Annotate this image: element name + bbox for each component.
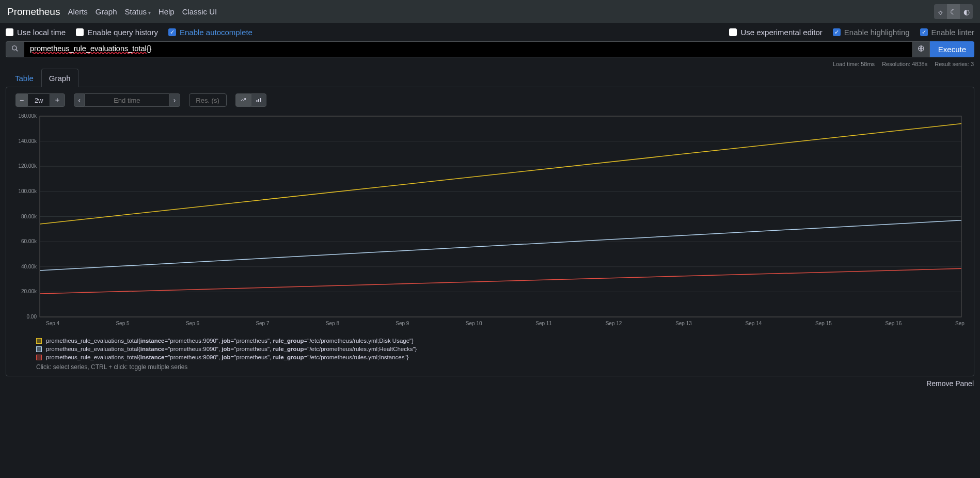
- use-local-time-label: Use local time: [17, 28, 66, 37]
- time-next-button[interactable]: ›: [169, 93, 180, 107]
- execute-button[interactable]: Execute: [930, 41, 974, 57]
- chart-legend: prometheus_rule_evaluations_total{instan…: [6, 333, 974, 376]
- checkbox-icon: [920, 28, 928, 36]
- legend-label: prometheus_rule_evaluations_total{instan…: [46, 346, 417, 352]
- svg-text:Sep 4: Sep 4: [46, 321, 60, 326]
- svg-line-1: [16, 50, 18, 52]
- range-increase-button[interactable]: ＋: [50, 93, 65, 107]
- legend-swatch-icon: [36, 355, 42, 360]
- legend-item[interactable]: prometheus_rule_evaluations_total{instan…: [36, 337, 944, 345]
- svg-text:Sep 10: Sep 10: [466, 321, 482, 326]
- nav-classic-ui[interactable]: Classic UI: [182, 7, 217, 16]
- stat-load-time: Load time: 58ms: [833, 61, 875, 67]
- enable-query-history-checkbox[interactable]: Enable query history: [76, 28, 158, 37]
- endtime-input[interactable]: [85, 93, 169, 107]
- brand: Prometheus: [7, 6, 60, 18]
- svg-text:Sep 12: Sep 12: [606, 321, 622, 326]
- range-decrease-button[interactable]: −: [15, 93, 28, 107]
- search-icon: [11, 45, 19, 54]
- query-input[interactable]: prometheus_rule_evaluations_total{}: [24, 41, 913, 57]
- theme-toggle-group: ☼ ☾ ◐: [934, 4, 973, 19]
- svg-text:140.00k: 140.00k: [18, 138, 37, 144]
- legend-swatch-icon: [36, 338, 42, 344]
- svg-text:60.00k: 60.00k: [21, 238, 37, 244]
- tab-graph[interactable]: Graph: [41, 69, 78, 87]
- checkbox-icon: [833, 28, 841, 36]
- nav-alerts[interactable]: Alerts: [68, 7, 87, 16]
- navbar: Prometheus Alerts Graph Status Help Clas…: [0, 0, 980, 23]
- checkbox-icon: [76, 28, 84, 36]
- enable-highlighting-label: Enable highlighting: [844, 28, 910, 37]
- enable-query-history-label: Enable query history: [87, 28, 158, 37]
- checkbox-icon: [168, 28, 176, 36]
- svg-text:160.00k: 160.00k: [18, 114, 37, 119]
- svg-text:Sep 7: Sep 7: [256, 321, 270, 326]
- nav-status[interactable]: Status: [125, 7, 151, 16]
- range-input[interactable]: [28, 93, 50, 107]
- theme-light-button[interactable]: ☼: [934, 4, 947, 19]
- svg-text:40.00k: 40.00k: [21, 264, 37, 269]
- remove-panel-link[interactable]: Remove Panel: [0, 376, 980, 388]
- svg-text:100.00k: 100.00k: [18, 188, 37, 194]
- enable-linter-label: Enable linter: [931, 28, 974, 37]
- svg-text:Sep 17: Sep 17: [955, 321, 965, 326]
- query-globe-button[interactable]: [913, 41, 930, 57]
- result-tabs: Table Graph: [0, 68, 980, 87]
- tab-table[interactable]: Table: [7, 69, 41, 87]
- use-experimental-editor-checkbox[interactable]: Use experimental editor: [729, 28, 822, 37]
- svg-text:80.00k: 80.00k: [21, 214, 37, 219]
- svg-rect-3: [256, 100, 257, 102]
- nav-help[interactable]: Help: [159, 7, 175, 16]
- resolution-input[interactable]: [189, 93, 227, 107]
- nav-graph[interactable]: Graph: [96, 7, 117, 16]
- svg-text:Sep 14: Sep 14: [746, 321, 762, 326]
- svg-text:120.00k: 120.00k: [18, 163, 37, 169]
- chart-type-line-button[interactable]: [235, 93, 251, 107]
- theme-dark-button[interactable]: ☾: [947, 4, 960, 19]
- time-prev-button[interactable]: ‹: [74, 93, 85, 107]
- svg-rect-5: [260, 98, 261, 102]
- svg-text:20.00k: 20.00k: [21, 289, 37, 294]
- svg-text:Sep 6: Sep 6: [186, 321, 200, 326]
- query-search-prefix[interactable]: [6, 41, 24, 57]
- minus-icon: −: [20, 96, 24, 104]
- globe-icon: [918, 45, 925, 54]
- svg-text:Sep 16: Sep 16: [886, 321, 902, 326]
- chevron-right-icon: ›: [173, 96, 176, 104]
- graph-panel: − ＋ ‹ › 0.0020.00k40.00k60.00k80.00k100.…: [6, 87, 974, 376]
- stacked-chart-icon: [255, 96, 262, 104]
- svg-text:Sep 5: Sep 5: [116, 321, 130, 326]
- legend-hint: Click: select series, CTRL + click: togg…: [36, 363, 944, 371]
- query-row: prometheus_rule_evaluations_total{} Exec…: [0, 41, 980, 59]
- enable-highlighting-checkbox[interactable]: Enable highlighting: [833, 28, 910, 37]
- checkbox-icon: [6, 28, 13, 36]
- chart-svg[interactable]: 0.0020.00k40.00k60.00k80.00k100.00k120.0…: [17, 114, 965, 328]
- legend-item[interactable]: prometheus_rule_evaluations_total{instan…: [36, 353, 944, 361]
- legend-swatch-icon: [36, 346, 42, 352]
- enable-autocomplete-checkbox[interactable]: Enable autocomplete: [168, 28, 252, 37]
- svg-line-41: [40, 268, 961, 294]
- svg-point-0: [12, 46, 17, 50]
- legend-label: prometheus_rule_evaluations_total{instan…: [46, 338, 414, 344]
- chart-type-stacked-button[interactable]: [251, 93, 266, 107]
- svg-text:0.00: 0.00: [27, 314, 37, 320]
- svg-rect-4: [258, 99, 259, 102]
- stat-resolution: Resolution: 4838s: [882, 61, 927, 67]
- enable-linter-checkbox[interactable]: Enable linter: [920, 28, 974, 37]
- enable-autocomplete-label: Enable autocomplete: [180, 28, 252, 37]
- moon-icon: ☾: [950, 8, 957, 16]
- plus-icon: ＋: [54, 95, 61, 105]
- svg-text:Sep 8: Sep 8: [326, 321, 340, 326]
- graph-controls: − ＋ ‹ ›: [6, 87, 974, 113]
- svg-text:Sep 15: Sep 15: [815, 321, 832, 326]
- chevron-left-icon: ‹: [78, 96, 81, 104]
- use-experimental-editor-label: Use experimental editor: [740, 28, 822, 37]
- legend-label: prometheus_rule_evaluations_total{instan…: [46, 354, 408, 360]
- query-options-row: Use local time Enable query history Enab…: [0, 23, 980, 41]
- theme-auto-button[interactable]: ◐: [960, 4, 973, 19]
- svg-text:Sep 13: Sep 13: [675, 321, 692, 326]
- legend-item[interactable]: prometheus_rule_evaluations_total{instan…: [36, 345, 944, 353]
- query-stats: Load time: 58ms Resolution: 4838s Result…: [0, 59, 980, 69]
- stat-result-series: Result series: 3: [935, 61, 974, 67]
- use-local-time-checkbox[interactable]: Use local time: [6, 28, 66, 37]
